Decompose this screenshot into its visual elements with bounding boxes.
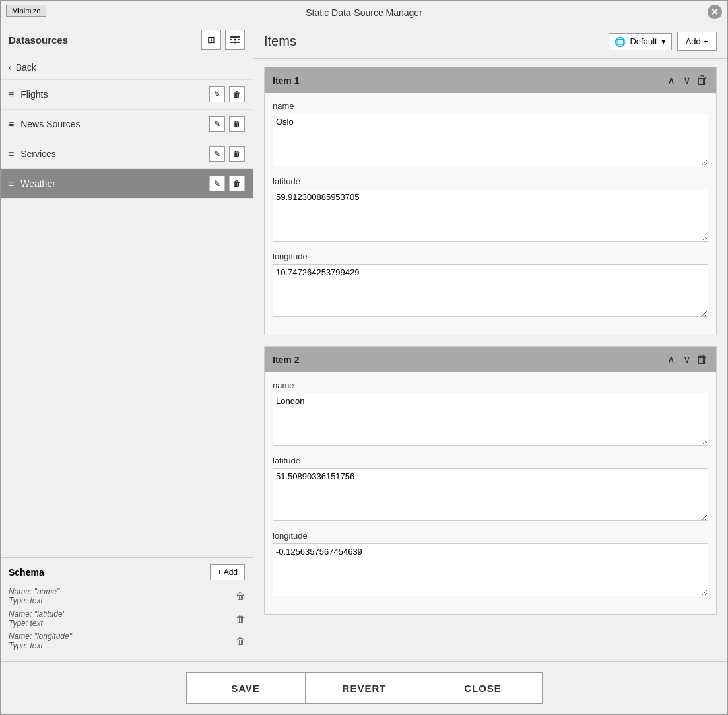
footer: SAVE REVERT CLOSE (1, 661, 727, 714)
schema-section: Schema + Add Name: "name" Type: text 🗑 N… (1, 558, 253, 661)
content-header: Items 🌐 Default ▾ Add + (253, 24, 727, 59)
sidebar: Datasources ⊞ (1, 24, 253, 661)
content-title: Items (264, 34, 296, 49)
flights-icon: ≡ (9, 89, 14, 100)
content-body: Item 1 ∧ ∨ 🗑 name latitude (253, 59, 727, 661)
item-1-down-button[interactable]: ∨ (680, 73, 694, 88)
schema-field-latitude-info: Name: "latitude" Type: text (9, 609, 65, 628)
item-1-longitude-input[interactable] (273, 264, 708, 317)
schema-field-name-type: Type: text (9, 596, 59, 605)
weather-icon: ≡ (9, 178, 14, 189)
revert-button[interactable]: REVERT (305, 672, 424, 704)
delete-schema-latitude-button[interactable]: 🗑 (236, 613, 245, 624)
content-toolbar: 🌐 Default ▾ Add + (609, 32, 717, 51)
sidebar-list: ‹ Back ≡ Flights ✎ 🗑 ≡ News Sources ✎ (1, 55, 253, 558)
back-label: Back (16, 62, 36, 73)
svg-rect-4 (236, 36, 240, 38)
svg-point-1 (234, 39, 236, 41)
item-2-name-label: name (273, 380, 708, 390)
weather-label: Weather (20, 178, 209, 189)
language-label: Default (630, 36, 657, 46)
sidebar-toolbar: ⊞ (201, 30, 245, 50)
delete-schema-longitude-button[interactable]: 🗑 (236, 636, 245, 646)
flights-label: Flights (20, 89, 209, 100)
sidebar-item-flights[interactable]: ≡ Flights ✎ 🗑 (1, 80, 253, 110)
item-1-header: Item 1 ∧ ∨ 🗑 (265, 67, 716, 93)
main-window: Minimize Static Data-Source Manager ✕ Da… (0, 0, 728, 715)
item-2-delete-button[interactable]: 🗑 (696, 353, 708, 366)
delete-flights-button[interactable]: 🗑 (229, 86, 245, 102)
item-2-header: Item 2 ∧ ∨ 🗑 (265, 347, 716, 372)
item-2-longitude-label: longitude (273, 531, 708, 541)
item-card-1: Item 1 ∧ ∨ 🗑 name latitude (264, 67, 717, 335)
sidebar-header: Datasources ⊞ (1, 24, 253, 55)
schema-field-latitude: Name: "latitude" Type: text 🗑 (9, 609, 245, 628)
edit-news-button[interactable]: ✎ (209, 116, 225, 132)
window-close-button[interactable]: ✕ (708, 5, 722, 19)
item-1-latitude-label: latitude (273, 176, 708, 186)
item-2-body: name latitude longitude (265, 372, 716, 614)
datasource-settings-button[interactable] (225, 30, 245, 50)
minimize-button[interactable]: Minimize (6, 5, 46, 17)
window-title: Static Data-Source Manager (306, 7, 422, 18)
delete-services-button[interactable]: 🗑 (229, 146, 245, 162)
item-1-up-button[interactable]: ∧ (665, 73, 678, 88)
close-button[interactable]: CLOSE (424, 672, 543, 704)
svg-point-0 (234, 36, 236, 38)
services-label: Services (20, 149, 209, 159)
svg-point-2 (234, 42, 236, 44)
item-2-latitude-group: latitude (273, 456, 708, 523)
save-button[interactable]: SAVE (186, 672, 305, 704)
item-1-latitude-input[interactable] (273, 189, 708, 242)
svg-rect-7 (230, 42, 234, 43)
item-1-title: Item 1 (273, 75, 299, 86)
item-1-latitude-group: latitude (273, 176, 708, 244)
sidebar-item-weather[interactable]: ≡ Weather ✎ 🗑 (1, 169, 253, 199)
services-icon: ≡ (9, 149, 14, 159)
item-2-latitude-label: latitude (273, 456, 708, 465)
title-bar: Minimize Static Data-Source Manager ✕ (1, 1, 727, 24)
svg-rect-6 (238, 39, 240, 40)
content-area: Items 🌐 Default ▾ Add + Item 1 (253, 24, 727, 661)
sidebar-item-services[interactable]: ≡ Services ✎ 🗑 (1, 139, 253, 169)
edit-weather-button[interactable]: ✎ (209, 176, 225, 191)
item-2-down-button[interactable]: ∨ (680, 352, 694, 367)
news-icon: ≡ (9, 119, 14, 129)
schema-field-name-label: Name: "name" (9, 587, 59, 596)
item-2-longitude-group: longitude (273, 531, 708, 598)
item-1-name-label: name (273, 101, 708, 111)
schema-field-longitude: Name: "longitude" Type: text 🗑 (9, 632, 245, 650)
delete-weather-button[interactable]: 🗑 (229, 176, 245, 191)
schema-add-button[interactable]: + Add (210, 564, 245, 580)
back-arrow-icon: ‹ (9, 62, 12, 73)
schema-header: Schema + Add (9, 564, 245, 580)
add-item-button[interactable]: Add + (677, 32, 717, 51)
edit-services-button[interactable]: ✎ (209, 146, 225, 162)
item-2-name-input[interactable] (273, 393, 708, 446)
item-2-title: Item 2 (273, 355, 299, 365)
delete-news-button[interactable]: 🗑 (229, 116, 245, 132)
item-1-body: name latitude longitude (265, 93, 716, 335)
item-1-name-group: name (273, 101, 708, 168)
item-2-up-button[interactable]: ∧ (665, 352, 678, 367)
flag-icon: 🌐 (614, 36, 626, 47)
new-datasource-button[interactable]: ⊞ (201, 30, 221, 50)
services-actions: ✎ 🗑 (209, 146, 245, 162)
schema-field-name-info: Name: "name" Type: text (9, 587, 59, 605)
flights-actions: ✎ 🗑 (209, 86, 245, 102)
item-1-delete-button[interactable]: 🗑 (696, 73, 708, 87)
item-1-name-input[interactable] (273, 114, 708, 166)
svg-rect-5 (230, 39, 232, 40)
sidebar-item-news-sources[interactable]: ≡ News Sources ✎ 🗑 (1, 110, 253, 139)
item-1-longitude-group: longitude (273, 252, 708, 319)
language-selector[interactable]: 🌐 Default ▾ (609, 33, 671, 50)
schema-field-longitude-label: Name: "longitude" (9, 632, 72, 641)
delete-schema-name-button[interactable]: 🗑 (236, 591, 245, 601)
schema-field-latitude-type: Type: text (9, 619, 65, 628)
back-button[interactable]: ‹ Back (1, 55, 253, 80)
item-2-longitude-input[interactable] (273, 543, 708, 596)
svg-rect-3 (230, 36, 234, 38)
schema-title: Schema (9, 567, 44, 578)
edit-flights-button[interactable]: ✎ (209, 86, 225, 102)
item-2-latitude-input[interactable] (273, 468, 708, 521)
